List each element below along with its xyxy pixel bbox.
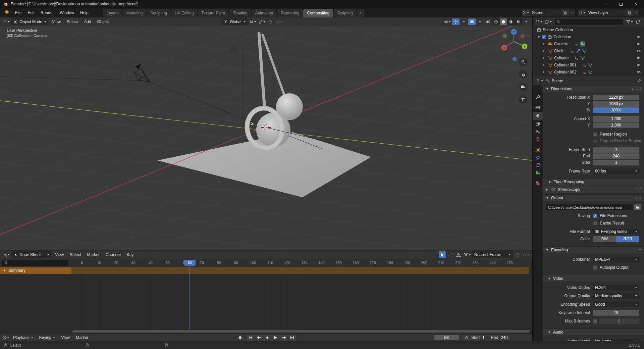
camera-data-icon[interactable] bbox=[580, 41, 585, 47]
resolution-x-field[interactable]: 1220 px bbox=[593, 95, 639, 100]
dope-menu-channel[interactable]: Channel bbox=[103, 252, 123, 257]
max-b-frames-field[interactable]: 0 bbox=[599, 318, 639, 324]
aspect-x-field[interactable]: 1.000 bbox=[593, 116, 639, 122]
menu-file[interactable]: File bbox=[12, 9, 24, 16]
frame-end-input[interactable]: End240 bbox=[488, 335, 511, 340]
copy-view-layer-icon[interactable] bbox=[626, 9, 633, 16]
tab-world-properties[interactable] bbox=[533, 135, 543, 143]
gizmos-dropdown-icon[interactable] bbox=[460, 18, 468, 25]
overlays-toggle-icon[interactable] bbox=[468, 18, 476, 25]
proportional-falloff-button[interactable] bbox=[275, 18, 283, 25]
eye-icon[interactable] bbox=[636, 49, 641, 53]
panel-audio[interactable]: ▼Audio bbox=[543, 329, 644, 335]
tab-render-properties[interactable] bbox=[533, 103, 543, 111]
zoom-tool-icon[interactable] bbox=[519, 58, 528, 66]
max-b-frames-checkbox[interactable] bbox=[593, 319, 597, 323]
resolution-percent-slider[interactable]: 100% bbox=[593, 107, 639, 113]
collection-checkbox[interactable]: ✓ bbox=[542, 35, 546, 39]
mesh-data-icon[interactable] bbox=[580, 56, 585, 60]
summary-track[interactable] bbox=[71, 267, 529, 274]
horizontal-scrollbar[interactable] bbox=[72, 330, 530, 333]
jump-to-end-button[interactable] bbox=[288, 335, 296, 341]
container-dropdown[interactable]: MPEG-4 bbox=[593, 257, 639, 262]
outliner-search-input[interactable] bbox=[555, 19, 623, 25]
color-rgb-button[interactable]: RGB bbox=[616, 236, 639, 242]
shading-wireframe-icon[interactable] bbox=[492, 18, 500, 25]
copy-scene-icon[interactable] bbox=[561, 9, 569, 16]
xray-toggle-icon[interactable] bbox=[484, 18, 492, 25]
sidebar-collapse-arrow[interactable]: ‹ bbox=[527, 33, 529, 38]
aspect-y-field[interactable]: 1.000 bbox=[593, 122, 639, 128]
record-button[interactable] bbox=[237, 335, 244, 341]
outliner-display-mode-icon[interactable] bbox=[535, 18, 543, 25]
menu-window[interactable]: Window bbox=[57, 9, 77, 16]
tab-compositing[interactable]: Compositing bbox=[303, 9, 333, 17]
tab-physics-properties[interactable] bbox=[533, 153, 543, 161]
remove-view-layer-icon[interactable]: × bbox=[633, 9, 639, 16]
eye-icon[interactable] bbox=[636, 35, 641, 39]
color-bw-button[interactable]: BW bbox=[593, 236, 616, 242]
eye-icon[interactable] bbox=[636, 56, 641, 60]
tab-scene-properties[interactable] bbox=[533, 128, 543, 136]
output-path-field[interactable]: C:\Users\matej\Desktop\gotova animcija m… bbox=[546, 204, 633, 210]
viewport-menu-add[interactable]: Add bbox=[81, 19, 94, 24]
panel-dimensions[interactable]: ▼Dimensions≡∷∷ bbox=[543, 85, 644, 92]
current-frame-badge[interactable]: 63 bbox=[184, 260, 196, 266]
tab-camera-data-properties[interactable] bbox=[533, 169, 543, 177]
pin-icon[interactable] bbox=[637, 79, 641, 83]
tab-output-properties[interactable] bbox=[533, 112, 543, 120]
shading-dropdown-icon[interactable] bbox=[523, 18, 530, 25]
tab-view-layer-properties[interactable] bbox=[533, 120, 543, 128]
maximize-button[interactable] bbox=[613, 0, 629, 8]
unlink-scene-icon[interactable]: × bbox=[569, 9, 575, 16]
cache-result-checkbox[interactable] bbox=[593, 221, 597, 226]
keying-menu[interactable]: Keying bbox=[37, 335, 58, 340]
gizmos-toggle-icon[interactable] bbox=[452, 18, 460, 25]
editor-type-button[interactable] bbox=[2, 18, 10, 25]
tab-layout[interactable]: Layout bbox=[103, 9, 122, 17]
frame-start-input[interactable]: Start1 bbox=[462, 335, 488, 340]
viewport-menu-object[interactable]: Object bbox=[95, 19, 112, 24]
keyframe-interval-field[interactable]: 18 bbox=[593, 310, 639, 316]
tab-constraint-properties[interactable] bbox=[533, 161, 543, 169]
dope-mode-dropdown[interactable]: Dope Sheet bbox=[11, 251, 52, 258]
folder-browse-icon[interactable] bbox=[634, 204, 641, 210]
keyframe-area[interactable] bbox=[0, 266, 532, 334]
dope-menu-view[interactable]: View bbox=[52, 252, 66, 257]
shading-solid-icon[interactable] bbox=[500, 18, 507, 25]
resolution-y-field[interactable]: 1080 px bbox=[593, 101, 639, 107]
menu-render[interactable]: Render bbox=[38, 9, 57, 16]
timeline-menu-marker[interactable]: Marker bbox=[73, 335, 91, 340]
tab-animation[interactable]: Animation bbox=[252, 9, 277, 17]
encoding-speed-dropdown[interactable]: Good bbox=[593, 302, 639, 307]
view-layer-name[interactable]: View Layer bbox=[586, 10, 626, 15]
viewport-3d[interactable]: ZYX Object Mode View Select Add Object G… bbox=[0, 17, 533, 250]
gizmo-neg-axis[interactable] bbox=[503, 34, 507, 38]
channel-region[interactable] bbox=[0, 266, 71, 334]
tab-texture-properties[interactable] bbox=[533, 179, 543, 187]
box-select-icon[interactable] bbox=[447, 251, 454, 258]
previous-frame-button[interactable] bbox=[263, 335, 270, 341]
animation-icon[interactable] bbox=[582, 70, 587, 74]
timeline-editor-type-icon[interactable] bbox=[1, 334, 10, 341]
blender-menu-icon[interactable] bbox=[1, 9, 12, 16]
audio-codec-dropdown[interactable]: No Audio bbox=[593, 339, 639, 341]
playhead-line[interactable] bbox=[190, 266, 190, 330]
dope-filter-icon[interactable] bbox=[463, 251, 471, 258]
new-collection-icon[interactable] bbox=[635, 18, 642, 25]
disclosure-triangle[interactable]: ▼ bbox=[537, 35, 540, 39]
tab-texture-paint[interactable]: Texture Paint bbox=[198, 9, 229, 17]
visibility-dropdown-icon[interactable] bbox=[443, 18, 451, 25]
tab-modeling[interactable]: Modeling bbox=[123, 9, 147, 17]
overlays-dropdown-icon[interactable] bbox=[476, 18, 484, 25]
mop-head-sphere[interactable] bbox=[256, 113, 290, 147]
dope-falloff-icon[interactable] bbox=[522, 251, 530, 258]
eye-icon[interactable] bbox=[636, 42, 641, 46]
camera-view-icon[interactable] bbox=[519, 83, 528, 91]
pan-hand-icon[interactable] bbox=[519, 70, 528, 79]
warning-filter-icon[interactable] bbox=[455, 251, 462, 258]
animation-icon[interactable] bbox=[574, 56, 579, 60]
output-quality-dropdown[interactable]: Medium quality bbox=[593, 293, 639, 299]
render-region-checkbox[interactable] bbox=[593, 132, 597, 137]
outliner-row-cylinder-002[interactable]: Cylinder.002 bbox=[533, 68, 644, 76]
